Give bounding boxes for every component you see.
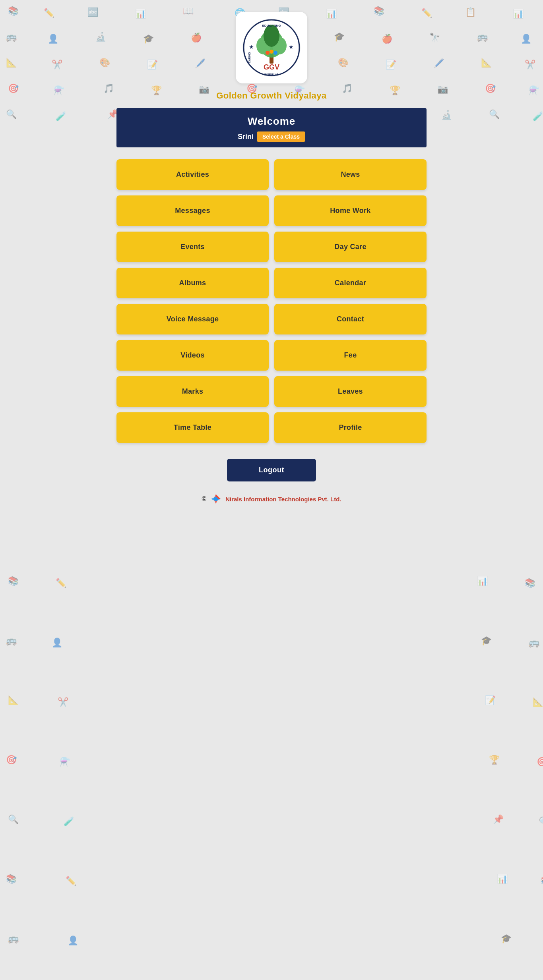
- menu-btn-leaves[interactable]: Leaves: [274, 376, 427, 407]
- menu-btn-marks[interactable]: Marks: [116, 376, 269, 407]
- school-name: Golden Growth Vidyalaya: [216, 91, 327, 101]
- menu-btn-profile[interactable]: Profile: [274, 412, 427, 443]
- menu-btn-fee[interactable]: Fee: [274, 340, 427, 371]
- footer: © Nirals Information Technologies Pvt. L…: [202, 493, 341, 504]
- welcome-title: Welcome: [124, 115, 419, 128]
- menu-btn-daycare[interactable]: Day Care: [274, 232, 427, 262]
- menu-btn-calendar[interactable]: Calendar: [274, 268, 427, 298]
- svg-text:GGV: GGV: [264, 63, 279, 71]
- menu-btn-news[interactable]: News: [274, 159, 427, 190]
- main-content: ★ ★ GGV EDUCATING INSPIRING CARING Golde…: [109, 0, 434, 520]
- logout-button[interactable]: Logout: [227, 459, 316, 481]
- logo-container: ★ ★ GGV EDUCATING INSPIRING CARING: [236, 12, 307, 83]
- svg-point-11: [273, 51, 277, 55]
- svg-text:★: ★: [249, 44, 254, 50]
- welcome-subtitle: Srini Select a Class: [124, 131, 419, 142]
- company-name: Nirals Information Technologies Pvt. Ltd…: [225, 496, 341, 503]
- nirals-logo-icon: [210, 493, 221, 504]
- svg-text:★: ★: [289, 44, 294, 50]
- svg-text:CARING: CARING: [248, 52, 251, 63]
- menu-btn-voicemessage[interactable]: Voice Message: [116, 304, 269, 334]
- copyright-symbol: ©: [202, 495, 206, 503]
- menu-grid: ActivitiesNewsMessagesHome WorkEventsDay…: [116, 159, 427, 443]
- menu-btn-contact[interactable]: Contact: [274, 304, 427, 334]
- menu-btn-timetable[interactable]: Time Table: [116, 412, 269, 443]
- menu-btn-events[interactable]: Events: [116, 232, 269, 262]
- welcome-username: Srini: [238, 133, 254, 141]
- svg-point-8: [264, 25, 279, 47]
- menu-btn-albums[interactable]: Albums: [116, 268, 269, 298]
- menu-btn-videos[interactable]: Videos: [116, 340, 269, 371]
- svg-text:INSPIRING: INSPIRING: [264, 73, 279, 76]
- welcome-banner: Welcome Srini Select a Class: [116, 108, 427, 147]
- school-logo: ★ ★ GGV EDUCATING INSPIRING CARING: [242, 18, 301, 77]
- svg-point-10: [270, 50, 273, 54]
- menu-btn-messages[interactable]: Messages: [116, 195, 269, 226]
- menu-btn-activities[interactable]: Activities: [116, 159, 269, 190]
- svg-text:EDUCATING: EDUCATING: [262, 24, 281, 27]
- menu-btn-homework[interactable]: Home Work: [274, 195, 427, 226]
- svg-point-9: [266, 51, 270, 55]
- select-class-button[interactable]: Select a Class: [257, 131, 305, 142]
